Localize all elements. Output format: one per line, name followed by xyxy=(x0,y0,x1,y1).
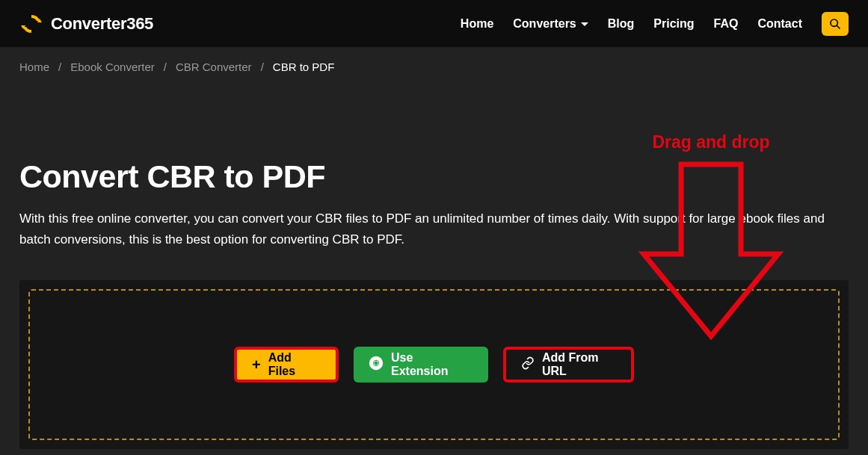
annotation-text: Drag and drop xyxy=(636,132,786,152)
breadcrumb-separator: / xyxy=(58,61,61,73)
button-label: Use Extension xyxy=(391,351,473,378)
header: Converter365 Home Converters Blog Pricin… xyxy=(0,0,868,47)
svg-point-7 xyxy=(375,362,378,365)
link-icon xyxy=(521,356,535,373)
nav-blog[interactable]: Blog xyxy=(608,17,635,31)
chevron-down-icon xyxy=(581,22,588,26)
add-from-url-button[interactable]: Add From URL xyxy=(503,347,634,383)
plus-icon: + xyxy=(252,356,261,374)
breadcrumb-separator: / xyxy=(261,61,264,73)
nav-converters[interactable]: Converters xyxy=(513,17,588,31)
nav-home[interactable]: Home xyxy=(461,17,493,31)
breadcrumb-item[interactable]: Ebook Converter xyxy=(70,61,155,73)
nav-pricing[interactable]: Pricing xyxy=(653,17,694,31)
nav-faq[interactable]: FAQ xyxy=(714,17,739,31)
chrome-icon xyxy=(369,356,384,374)
breadcrumb-item[interactable]: CBR Converter xyxy=(176,61,252,73)
breadcrumb: Home / Ebook Converter / CBR Converter /… xyxy=(0,47,868,87)
button-label: Add Files xyxy=(268,351,321,378)
add-files-button[interactable]: + Add Files xyxy=(234,347,339,383)
use-extension-button[interactable]: Use Extension xyxy=(354,347,488,383)
search-button[interactable] xyxy=(822,12,849,36)
logo-text: Converter365 xyxy=(51,14,153,34)
button-label: Add From URL xyxy=(542,351,616,378)
svg-line-3 xyxy=(837,25,840,28)
search-icon xyxy=(829,18,841,30)
breadcrumb-item[interactable]: Home xyxy=(19,61,49,73)
main-content: Drag and drop Convert CBR to PDF With th… xyxy=(0,158,868,449)
breadcrumb-current: CBR to PDF xyxy=(273,61,335,73)
breadcrumb-separator: / xyxy=(164,61,167,73)
nav: Home Converters Blog Pricing FAQ Contact xyxy=(461,12,849,36)
logo[interactable]: Converter365 xyxy=(19,12,153,36)
nav-contact[interactable]: Contact xyxy=(757,17,802,31)
annotation-overlay: Drag and drop xyxy=(636,132,786,347)
arrow-down-icon xyxy=(636,157,786,344)
logo-icon xyxy=(19,12,43,36)
